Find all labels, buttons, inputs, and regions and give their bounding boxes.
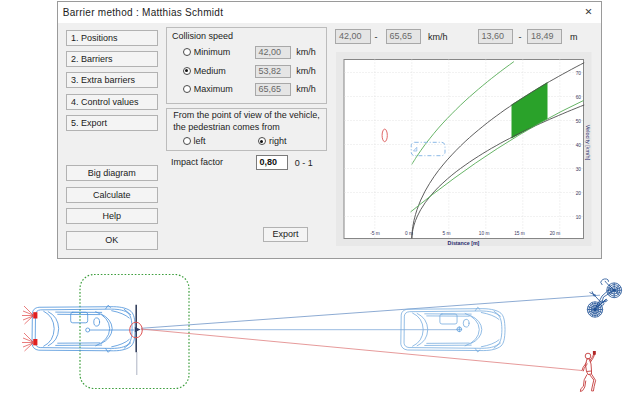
svg-text:30: 30 (575, 167, 581, 172)
svg-text:0 m: 0 m (405, 231, 413, 236)
svg-text:40: 40 (575, 143, 581, 148)
svg-text:20 m: 20 m (549, 231, 560, 236)
svg-text:20: 20 (575, 191, 581, 196)
svg-text:60: 60 (575, 95, 581, 100)
svg-text:10: 10 (575, 215, 581, 220)
svg-text:5 m: 5 m (442, 231, 450, 236)
svg-text:-5 m: -5 m (370, 231, 380, 236)
svg-text:10 m: 10 m (478, 231, 489, 236)
svg-text:Distance [m]: Distance [m] (447, 240, 479, 246)
svg-text:Velocity [km/h]: Velocity [km/h] (585, 125, 591, 161)
svg-text:70: 70 (575, 71, 581, 76)
svg-text:50: 50 (575, 119, 581, 124)
svg-text:15 m: 15 m (514, 231, 525, 236)
